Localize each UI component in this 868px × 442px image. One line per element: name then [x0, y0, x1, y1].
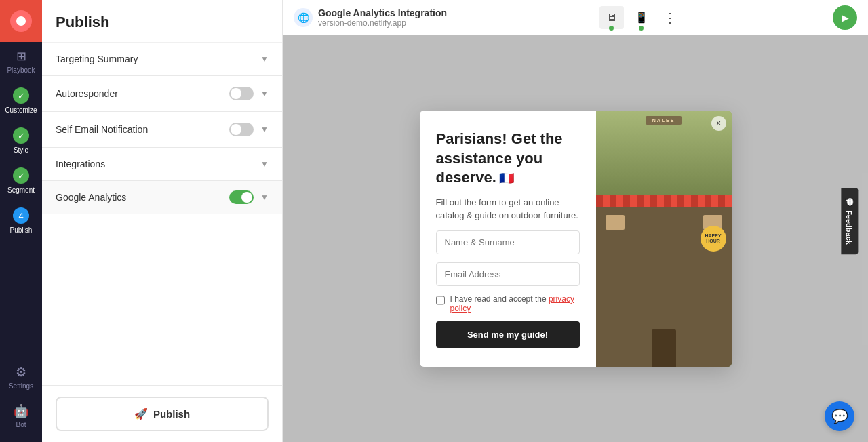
play-icon: ▶ — [842, 12, 849, 23]
chevron-down-icon-integrations: ▼ — [260, 159, 269, 169]
popup-checkbox-row: I have read and accept the privacy polic… — [436, 294, 580, 313]
top-bar: 🌐 Google Analytics Integration version-d… — [283, 0, 868, 35]
chat-icon: 💬 — [831, 408, 848, 424]
popup-description: Fill out the form to get an online catal… — [436, 196, 580, 222]
popup-checkbox-text: I have read and accept the privacy polic… — [450, 294, 580, 313]
mobile-status-dot — [639, 26, 644, 31]
site-title: Google Analytics Integration — [318, 7, 447, 18]
desktop-view-wrapper: 🖥 — [599, 6, 624, 29]
popup-close-button[interactable]: × — [711, 116, 726, 131]
sub-accordion-google-analytics: Google Analytics ▼ — [42, 180, 282, 214]
globe-icon: 🌐 — [298, 12, 309, 23]
popup-left: Parisians! Get the assistance you deserv… — [420, 110, 596, 367]
rocket-icon: 🚀 — [134, 407, 148, 420]
sidebar-item-bot[interactable]: 🤖 Bot — [0, 397, 42, 435]
more-options-button[interactable]: ⋮ — [659, 7, 681, 28]
mobile-view-wrapper: 📱 — [629, 6, 654, 29]
panel-footer: 🚀 Publish — [42, 385, 282, 442]
accordion-targeting-label: Targeting Summary — [56, 54, 138, 64]
chevron-down-icon: ▼ — [260, 54, 269, 64]
accordion-integrations: Integrations ▼ Google Analytics ▼ — [42, 148, 282, 214]
app-logo[interactable] — [0, 0, 42, 42]
accordion-self-email-label: Self Email Notification — [56, 124, 148, 135]
bot-icon: 🤖 — [14, 403, 28, 418]
cafe-door — [652, 329, 676, 367]
popup-card: Parisians! Get the assistance you deserv… — [420, 110, 732, 367]
more-icon: ⋮ — [663, 9, 677, 26]
sub-accordion-ga-label: Google Analytics — [56, 192, 126, 203]
accordion-autoresponder-header[interactable]: Autoresponder ▼ — [42, 76, 282, 111]
cafe-window-left — [606, 215, 625, 230]
popup-email-input[interactable] — [436, 262, 580, 286]
chevron-down-icon-autoresponder: ▼ — [260, 89, 269, 98]
cafe-illustration: NALEE HAPPY HOUR — [596, 110, 732, 367]
popup-submit-button[interactable]: Send me my guide! — [436, 321, 580, 348]
cafe-awning — [596, 195, 732, 207]
publish-button-label: Publish — [153, 408, 190, 420]
site-subtitle: version-demo.netlify.app — [318, 18, 447, 28]
publish-panel: Publish Targeting Summary ▼ Autoresponde… — [42, 0, 283, 442]
accordion-autoresponder-label: Autoresponder — [56, 88, 118, 99]
feedback-icon: 💬 — [846, 197, 854, 207]
accordion-integrations-header[interactable]: Integrations ▼ — [42, 148, 282, 180]
grid-icon: ⊞ — [16, 49, 26, 64]
feedback-tab[interactable]: 💬 Feedback — [842, 188, 859, 254]
autoresponder-toggle[interactable] — [229, 87, 254, 100]
publish-button[interactable]: 🚀 Publish — [56, 397, 269, 431]
google-analytics-toggle[interactable] — [229, 190, 254, 204]
check-icon-customize: ✓ — [13, 87, 29, 104]
sidebar-item-playbook[interactable]: ⊞ Playbook — [0, 42, 42, 81]
sidebar-item-style[interactable]: ✓ Style — [0, 121, 42, 161]
accordion-autoresponder: Autoresponder ▼ — [42, 76, 282, 112]
chevron-down-icon-self-email: ▼ — [260, 125, 269, 134]
sidebar-item-settings[interactable]: ⚙ Settings — [0, 358, 42, 397]
sidebar-item-publish[interactable]: 4 Publish — [0, 201, 42, 241]
panel-title: Publish — [42, 0, 282, 43]
popup-overlay: Parisians! Get the assistance you deserv… — [283, 35, 868, 442]
accordion-targeting: Targeting Summary ▼ — [42, 43, 282, 76]
gear-icon: ⚙ — [16, 365, 26, 380]
accordion-self-email-header[interactable]: Self Email Notification ▼ — [42, 112, 282, 147]
sidebar-item-segment[interactable]: ✓ Segment — [0, 161, 42, 201]
desktop-status-dot — [609, 26, 614, 31]
accordion-self-email: Self Email Notification ▼ — [42, 112, 282, 148]
feedback-label: Feedback — [846, 210, 854, 245]
popup-privacy-checkbox[interactable] — [436, 296, 445, 305]
site-info: Google Analytics Integration version-dem… — [318, 7, 447, 28]
sub-accordion-ga-header[interactable]: Google Analytics ▼ — [42, 181, 282, 214]
site-icon: 🌐 — [294, 8, 313, 27]
accordion-integrations-label: Integrations — [56, 159, 105, 169]
popup-name-input[interactable] — [436, 230, 580, 254]
check-icon-style: ✓ — [13, 127, 29, 144]
accordion-targeting-header[interactable]: Targeting Summary ▼ — [42, 43, 282, 75]
happy-hour-sign: HAPPY HOUR — [701, 226, 726, 252]
preview-area: 🌐 Google Analytics Integration version-d… — [283, 0, 868, 442]
play-button[interactable]: ▶ — [833, 5, 857, 30]
sidebar-item-customize[interactable]: ✓ Customize — [0, 81, 42, 121]
chat-bubble[interactable]: 💬 — [825, 401, 854, 431]
sidebar: ⊞ Playbook ✓ Customize ✓ Style ✓ Segment… — [0, 0, 42, 442]
popup-image: × NALEE HAPPY HOUR — [596, 110, 732, 367]
chevron-down-icon-ga: ▼ — [260, 193, 269, 202]
check-icon-segment: ✓ — [13, 167, 29, 184]
self-email-toggle[interactable] — [229, 123, 254, 136]
popup-heading: Parisians! Get the assistance you deserv… — [436, 129, 580, 188]
cafe-sign: NALEE — [646, 116, 682, 125]
number-icon-publish: 4 — [13, 207, 29, 224]
